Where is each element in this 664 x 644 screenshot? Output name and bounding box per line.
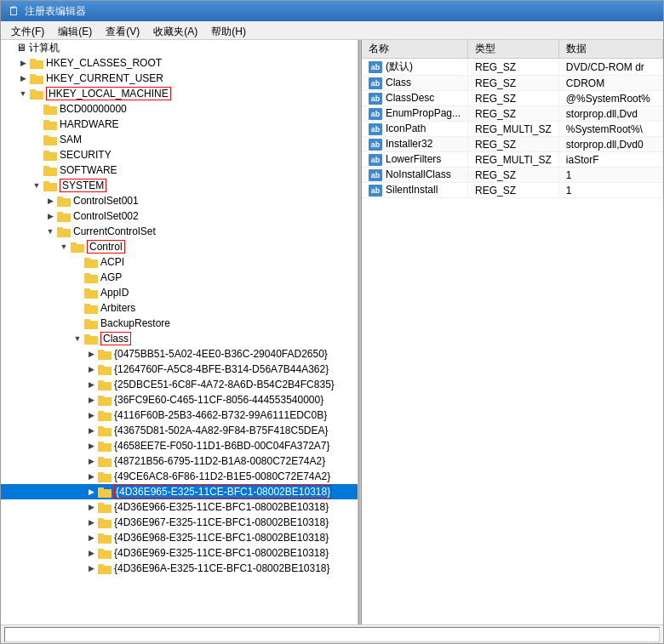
tree-node-guid9[interactable]: ▶ {49CE6AC8-6F86-11D2-B1E5-0080C72E74A2} [1, 469, 358, 484]
expander-controlset001[interactable]: ▶ [43, 194, 57, 208]
tree-node-guid5[interactable]: ▶ {4116F60B-25B3-4662-B732-99A6111EDC0B} [1, 407, 358, 423]
expander-guid9[interactable]: ▶ [84, 470, 98, 483]
expander-guid4[interactable]: ▶ [84, 393, 98, 407]
tree-node-ccs[interactable]: ▼ CurrentControlSet [1, 224, 358, 239]
table-row[interactable]: abLowerFilters REG_MULTI_SZ iaStorF [362, 152, 663, 168]
tree-node-security[interactable]: SECURITY [1, 147, 358, 162]
folder-icon-hkcr [30, 57, 43, 69]
expander-guid5[interactable]: ▶ [84, 408, 98, 422]
expander-control[interactable]: ▼ [57, 240, 71, 254]
expander-guid6[interactable]: ▶ [84, 424, 98, 437]
tree-node-guid4[interactable]: ▶ {36FC9E60-C465-11CF-8056-444553540000} [1, 392, 358, 407]
tree-node-computer[interactable]: 🖥 计算机 [1, 40, 358, 55]
folder-icon-guid12 [98, 516, 112, 528]
expander-guid1[interactable]: ▶ [84, 347, 98, 361]
col-header-name[interactable]: 名称 [362, 40, 468, 59]
menu-favorites[interactable]: 收藏夹(A) [146, 23, 204, 37]
tree-node-control[interactable]: ▼ Control [1, 239, 358, 254]
svg-rect-59 [98, 503, 104, 506]
menu-file[interactable]: 文件(F) [4, 23, 51, 37]
tree-node-hkcr[interactable]: ▶ HKEY_CLASSES_ROOT [1, 55, 358, 71]
expander-guid11[interactable]: ▶ [84, 500, 98, 514]
svg-rect-19 [57, 197, 63, 200]
tree-node-guid2[interactable]: ▶ {1264760F-A5C8-4BFE-B314-D56A7B44A362} [1, 362, 358, 377]
tree-node-guid13[interactable]: ▶ {4D36E968-E325-11CE-BFC1-08002BE10318} [1, 530, 358, 545]
node-label-guid11: {4D36E966-E325-11CE-BFC1-08002BE10318} [114, 501, 329, 513]
status-bar [1, 624, 663, 643]
tree-node-controlset002[interactable]: ▶ ControlSet002 [1, 208, 358, 224]
tree-node-guid11[interactable]: ▶ {4D36E966-E325-11CE-BFC1-08002BE10318} [1, 499, 358, 515]
tree-node-software[interactable]: SOFTWARE [1, 162, 358, 178]
table-row[interactable]: abIconPath REG_MULTI_SZ %SystemRoot%\ [362, 122, 663, 137]
tree-node-appid[interactable]: AppID [1, 285, 358, 300]
expander-guid14[interactable]: ▶ [84, 546, 98, 560]
expander-guid2[interactable]: ▶ [84, 362, 98, 376]
expander-guid3[interactable]: ▶ [84, 378, 98, 391]
computer-icon: 🖥 [16, 42, 26, 54]
menu-help[interactable]: 帮助(H) [204, 23, 253, 37]
folder-icon-agp [84, 271, 98, 283]
tree-node-guid10[interactable]: ▶ {4D36E965-E325-11CE-BFC1-08002BE10318} [1, 484, 358, 499]
folder-icon-guid5 [98, 409, 112, 421]
expander-guid12[interactable]: ▶ [84, 516, 98, 529]
tree-node-guid6[interactable]: ▶ {43675D81-502A-4A82-9F84-B75F418C5DEA} [1, 423, 358, 438]
menu-edit[interactable]: 编辑(E) [51, 23, 99, 37]
tree-node-guid1[interactable]: ▶ {0475BB51-5A02-4EE0-B36C-29040FAD2650} [1, 346, 358, 362]
node-label-hklm: HKEY_LOCAL_MACHINE [46, 87, 171, 100]
expander-controlset002[interactable]: ▶ [43, 209, 57, 223]
node-label-guid1: {0475BB51-5A02-4EE0-B36C-29040FAD2650} [114, 348, 328, 360]
tree-node-agp[interactable]: AGP [1, 270, 358, 285]
tree-node-guid12[interactable]: ▶ {4D36E967-E325-11CE-BFC1-08002BE10318} [1, 515, 358, 530]
node-label-bcd: BCD00000000 [60, 103, 127, 115]
tree-node-guid3[interactable]: ▶ {25DBCE51-6C8F-4A72-8A6D-B54C2B4FC835} [1, 377, 358, 392]
table-row[interactable]: ab(默认) REG_SZ DVD/CD-ROM dr [362, 59, 663, 76]
tree-node-acpi[interactable]: ACPI [1, 254, 358, 270]
expander-guid10[interactable]: ▶ [84, 485, 98, 499]
expander-ccs[interactable]: ▼ [43, 225, 57, 238]
tree-node-guid15[interactable]: ▶ {4D36E96A-E325-11CE-BFC1-08002BE10318} [1, 561, 358, 576]
tree-node-hardware[interactable]: HARDWARE [1, 117, 358, 132]
tree-node-sam[interactable]: SAM [1, 132, 358, 147]
expander-guid13[interactable]: ▶ [84, 531, 98, 544]
table-row[interactable]: abEnumPropPag... REG_SZ storprop.dll,Dvd [362, 106, 663, 122]
expander-hklm[interactable]: ▼ [16, 87, 30, 100]
table-row[interactable]: abSilentInstall REG_SZ 1 [362, 183, 663, 198]
tree-node-backuprestore[interactable]: BackupRestore [1, 316, 358, 331]
table-row[interactable]: abNoInstallClass REG_SZ 1 [362, 168, 663, 183]
col-header-data[interactable]: 数据 [558, 40, 662, 59]
node-label-acpi: ACPI [100, 256, 124, 268]
col-header-type[interactable]: 类型 [468, 40, 559, 59]
reg-name-cell: abInstaller32 [362, 137, 468, 152]
folder-icon-control [71, 241, 84, 253]
tree-node-guid14[interactable]: ▶ {4D36E969-E325-11CE-BFC1-08002BE10318} [1, 545, 358, 561]
expander-class[interactable]: ▼ [71, 332, 84, 345]
svg-rect-39 [98, 350, 104, 353]
tree-node-arbiters[interactable]: Arbiters [1, 300, 358, 316]
tree-node-controlset001[interactable]: ▶ ControlSet001 [1, 193, 358, 208]
tree-node-guid8[interactable]: ▶ {48721B56-6795-11D2-B1A8-0080C72E74A2} [1, 453, 358, 469]
table-row[interactable]: abClassDesc REG_SZ @%SystemRoot% [362, 91, 663, 106]
tree-panel[interactable]: 🖥 计算机 ▶ HKEY_CLASSES_ROOT ▶ HKEY_CURRENT… [1, 40, 358, 624]
expander-hkcu[interactable]: ▶ [16, 71, 30, 85]
tree-node-bcd[interactable]: BCD00000000 [1, 101, 358, 117]
tree-node-guid7[interactable]: ▶ {4658EE7E-F050-11D1-B6BD-00C04FA372A7} [1, 438, 358, 453]
svg-rect-9 [43, 120, 49, 123]
menu-view[interactable]: 查看(V) [99, 23, 146, 37]
folder-icon-arbiters [84, 302, 98, 314]
node-label-guid12: {4D36E967-E325-11CE-BFC1-08002BE10318} [114, 516, 329, 528]
tree-node-hklm[interactable]: ▼ HKEY_LOCAL_MACHINE [1, 86, 358, 101]
table-row[interactable]: abClass REG_SZ CDROM [362, 76, 663, 91]
expander-hkcr[interactable]: ▶ [16, 56, 30, 70]
expander-guid8[interactable]: ▶ [84, 454, 98, 468]
expander-system[interactable]: ▼ [30, 179, 43, 192]
expander-guid7[interactable]: ▶ [84, 439, 98, 453]
svg-rect-57 [98, 487, 104, 491]
reg-name-cell: abSilentInstall [362, 183, 468, 198]
reg-name-cell: abEnumPropPag... [362, 106, 468, 122]
expander-guid15[interactable]: ▶ [84, 561, 98, 575]
reg-ab-icon: ab [369, 77, 382, 89]
tree-node-class[interactable]: ▼ Class [1, 331, 358, 346]
tree-node-system[interactable]: ▼ SYSTEM [1, 178, 358, 193]
tree-node-hkcu[interactable]: ▶ HKEY_CURRENT_USER [1, 71, 358, 86]
table-row[interactable]: abInstaller32 REG_SZ storprop.dll,Dvd0 [362, 137, 663, 152]
